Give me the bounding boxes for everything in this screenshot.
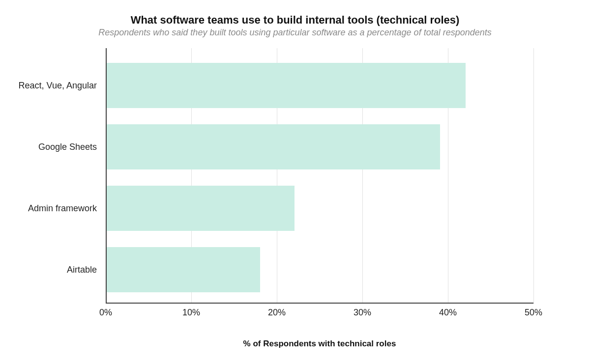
bar (106, 247, 260, 292)
y-category-label: React, Vue, Angular (0, 63, 101, 108)
chart-subtitle: Respondents who said they built tools us… (0, 28, 590, 38)
bar (106, 124, 440, 169)
y-axis-line (106, 48, 107, 304)
x-tick-label: 10% (182, 308, 200, 318)
y-category-label: Google Sheets (0, 124, 101, 169)
y-category-label: Admin framework (0, 186, 101, 231)
bar (106, 186, 295, 231)
plot-area (106, 48, 533, 304)
chart-container: What software teams use to build interna… (0, 0, 590, 364)
y-axis-labels: React, Vue, Angular Google Sheets Admin … (0, 48, 101, 304)
x-tick-label: 30% (354, 308, 371, 318)
x-tick-label: 50% (525, 308, 542, 318)
x-axis-label: % of Respondents with technical roles (106, 339, 533, 349)
x-tick-label: 0% (99, 308, 112, 318)
x-tick-label: 20% (268, 308, 286, 318)
x-axis-line (106, 303, 533, 304)
title-block: What software teams use to build interna… (0, 0, 590, 38)
x-tick-label: 40% (439, 308, 457, 318)
y-category-label: Airtable (0, 247, 101, 292)
bar (106, 63, 466, 108)
x-axis-ticks: 0% 10% 20% 30% 40% 50% (106, 308, 533, 322)
chart-title: What software teams use to build interna… (0, 14, 590, 27)
gridline (533, 48, 534, 304)
